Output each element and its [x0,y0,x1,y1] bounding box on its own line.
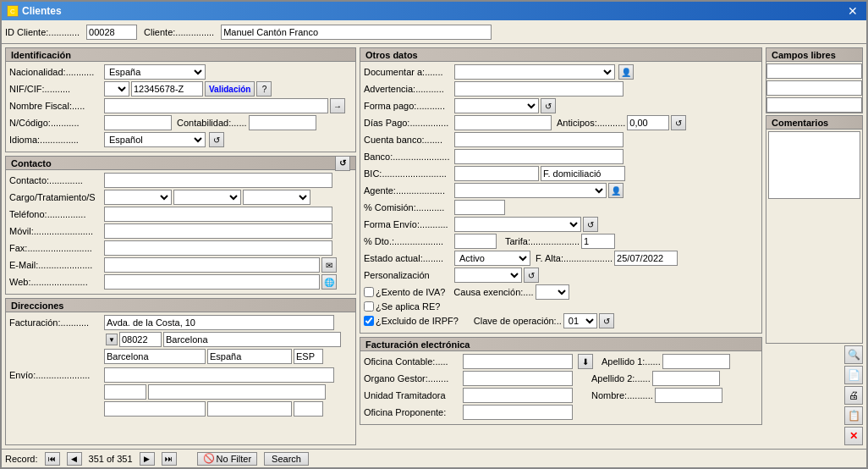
unidad-tramitadora-input[interactable] [463,388,573,403]
prev-record-button[interactable]: ◀ [67,452,82,466]
question-button[interactable]: ? [256,81,272,97]
down-arrow-button[interactable]: ▼ [106,334,118,345]
web-input[interactable] [104,274,320,290]
cuenta-banco-input[interactable] [454,132,624,147]
clave-operacion-icon[interactable]: ↺ [599,313,614,328]
download-icon[interactable]: ⬇ [578,354,593,369]
search-button[interactable]: Search [264,452,309,466]
oficina-contable-input[interactable] [463,354,573,369]
comentarios-textarea[interactable] [768,131,860,199]
comision-label: % Comisión:........... [364,202,453,212]
exento-iva-checkbox[interactable] [364,287,374,297]
tarifa-input[interactable] [581,234,615,249]
bic-input[interactable] [454,166,539,181]
cargo-select1[interactable] [104,190,172,205]
advertencia-input[interactable] [454,81,624,97]
campo-libre-1[interactable] [766,63,862,79]
cliente-input[interactable] [221,25,492,40]
no-filter-button[interactable]: 🚫 No Filter [197,452,258,466]
telefono-input[interactable] [104,207,332,222]
comision-input[interactable] [454,200,505,215]
first-record-button[interactable]: ⏮ [45,452,60,466]
web-row: Web:...................... 🌐 [9,274,352,290]
nombre-fiscal-input[interactable] [104,98,328,113]
apellido1-input[interactable] [662,354,730,369]
envio-input1[interactable] [104,367,334,383]
anticipos-input[interactable] [627,115,669,130]
envio-row3 [104,401,352,417]
region-input[interactable] [104,349,206,364]
country-input[interactable] [207,349,292,364]
oficina-contable-label: Oficina Contable:..... [364,356,461,367]
web-label: Web:...................... [9,277,102,287]
forma-pago-select[interactable] [454,98,539,113]
print-icon-btn[interactable]: 🖨 [844,386,863,405]
street-input[interactable] [104,315,334,330]
organo-gestor-input[interactable] [463,371,573,386]
dias-pago-input[interactable] [454,115,552,130]
nacionalidad-select[interactable]: España [104,64,206,80]
cargo-select2[interactable] [173,190,241,205]
causa-exencion-select[interactable] [536,284,569,300]
personalizacion-icon[interactable]: ↺ [524,268,539,283]
document-icon-btn[interactable]: 📄 [844,366,863,384]
forma-envio-select[interactable] [454,217,581,232]
envio-code-input[interactable] [294,401,323,417]
documentar-icon[interactable]: 👤 [618,64,634,80]
documentar-select[interactable] [454,64,615,80]
f-alta-input[interactable] [614,251,678,266]
email-icon[interactable]: ✉ [321,257,337,273]
re-row: ¿Se aplica RE? [364,301,758,312]
f-domiciliacion-input[interactable] [541,166,625,181]
envio-cp-input[interactable] [104,384,146,400]
arrow-icon-button[interactable]: → [330,98,345,113]
se-aplica-re-checkbox[interactable] [364,301,374,312]
idioma-row: Idioma:............... Español ↺ [9,132,352,147]
excluido-irpf-checkbox[interactable] [364,316,374,326]
apellido2-input[interactable] [652,371,720,386]
forma-pago-icon[interactable]: ↺ [541,98,556,113]
cargo-label: Cargo/Tratamiento/S [9,192,102,202]
contacto-action-icon[interactable]: ↺ [335,156,350,171]
idioma-select[interactable]: Español [104,132,206,147]
envio-city-input[interactable] [148,384,326,400]
envio-region-input[interactable] [104,401,206,417]
anticipos-icon[interactable]: ↺ [671,115,686,130]
contacto-input[interactable] [104,173,332,188]
idioma-action-icon[interactable]: ↺ [209,132,224,147]
email-input[interactable] [104,257,320,273]
personalizacion-select[interactable] [454,268,522,283]
nif-input[interactable] [131,81,203,97]
campos-libres-section: Campos libres [766,47,863,113]
close-button[interactable]: ✕ [844,4,861,18]
campo-libre-3[interactable] [766,97,862,113]
agente-select[interactable] [454,183,607,198]
movil-input[interactable] [104,223,332,239]
close-icon-btn[interactable]: ✕ [844,427,863,445]
cp-input[interactable] [119,332,162,347]
web-icon[interactable]: 🌐 [321,274,337,290]
estado-select[interactable]: Activo [454,251,530,266]
cargo-select3[interactable] [243,190,310,205]
next-record-button[interactable]: ▶ [140,452,155,466]
envio-country-input[interactable] [207,401,292,417]
id-input[interactable] [86,25,137,40]
agente-icon[interactable]: 👤 [608,183,624,198]
nif-type-select[interactable] [104,81,129,97]
ncodigo-input[interactable] [104,115,172,130]
clipboard-icon-btn[interactable]: 📋 [844,406,863,425]
country-code-input[interactable] [294,349,323,364]
contabilidad-input[interactable] [249,115,316,130]
validacion-button[interactable]: Validación [205,81,255,97]
last-record-button[interactable]: ⏭ [162,452,177,466]
banco-input[interactable] [454,149,624,164]
forma-envio-icon[interactable]: ↺ [583,217,598,232]
dto-input[interactable] [454,234,497,249]
search-icon-btn[interactable]: 🔍 [844,345,863,364]
campo-libre-2[interactable] [766,80,862,96]
nombre-fe-input[interactable] [655,388,722,403]
fax-input[interactable] [104,240,332,256]
clave-operacion-select[interactable]: 01 [563,313,597,328]
city-input[interactable] [163,332,341,347]
oficina-proponente-input[interactable] [463,405,573,420]
